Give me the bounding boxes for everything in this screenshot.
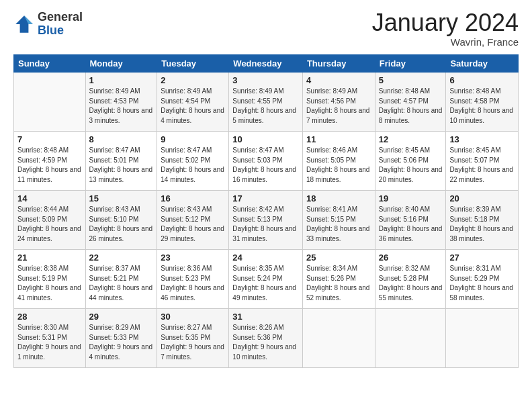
- day-number: 5: [379, 75, 443, 85]
- calendar-cell: [446, 309, 519, 368]
- day-info: Sunrise: 8:47 AMSunset: 5:01 PMDaylight:…: [89, 146, 153, 183]
- month-title: January 2024: [372, 11, 519, 35]
- col-saturday: Saturday: [446, 55, 519, 73]
- day-number: 8: [89, 134, 154, 144]
- calendar-week-2: 7Sunrise: 8:48 AMSunset: 4:59 PMDaylight…: [14, 132, 519, 191]
- day-number: 12: [379, 134, 443, 144]
- day-info: Sunrise: 8:27 AMSunset: 5:35 PMDaylight:…: [161, 324, 224, 361]
- calendar: Sunday Monday Tuesday Wednesday Thursday…: [13, 54, 519, 368]
- day-info: Sunrise: 8:43 AMSunset: 5:10 PMDaylight:…: [89, 205, 153, 242]
- calendar-cell: 7Sunrise: 8:48 AMSunset: 4:59 PMDaylight…: [14, 132, 86, 191]
- day-number: 3: [232, 75, 299, 85]
- day-number: 1: [89, 75, 154, 85]
- day-info: Sunrise: 8:47 AMSunset: 5:03 PMDaylight:…: [232, 146, 296, 183]
- calendar-week-4: 21Sunrise: 8:38 AMSunset: 5:19 PMDayligh…: [14, 250, 519, 309]
- calendar-cell: 14Sunrise: 8:44 AMSunset: 5:09 PMDayligh…: [14, 191, 86, 250]
- day-number: 18: [306, 193, 371, 203]
- day-number: 29: [89, 312, 154, 322]
- day-number: 15: [89, 193, 154, 203]
- day-number: 24: [232, 253, 299, 263]
- calendar-week-3: 14Sunrise: 8:44 AMSunset: 5:09 PMDayligh…: [14, 191, 519, 250]
- col-tuesday: Tuesday: [157, 55, 229, 73]
- col-thursday: Thursday: [302, 55, 375, 73]
- day-number: 30: [161, 312, 225, 322]
- day-info: Sunrise: 8:39 AMSunset: 5:18 PMDaylight:…: [449, 205, 513, 242]
- calendar-cell: 12Sunrise: 8:45 AMSunset: 5:06 PMDayligh…: [375, 132, 446, 191]
- day-info: Sunrise: 8:32 AMSunset: 5:28 PMDaylight:…: [379, 265, 443, 302]
- day-info: Sunrise: 8:48 AMSunset: 4:58 PMDaylight:…: [449, 87, 513, 124]
- calendar-cell: 24Sunrise: 8:35 AMSunset: 5:24 PMDayligh…: [229, 250, 303, 309]
- day-info: Sunrise: 8:37 AMSunset: 5:21 PMDaylight:…: [89, 265, 153, 302]
- day-info: Sunrise: 8:41 AMSunset: 5:15 PMDaylight:…: [306, 205, 370, 242]
- logo-text: General Blue: [38, 11, 83, 38]
- calendar-cell: 25Sunrise: 8:34 AMSunset: 5:26 PMDayligh…: [302, 250, 375, 309]
- day-info: Sunrise: 8:29 AMSunset: 5:33 PMDaylight:…: [89, 324, 153, 361]
- day-number: 10: [232, 134, 299, 144]
- calendar-cell: 13Sunrise: 8:45 AMSunset: 5:07 PMDayligh…: [446, 132, 519, 191]
- day-number: 6: [449, 75, 515, 85]
- day-info: Sunrise: 8:31 AMSunset: 5:29 PMDaylight:…: [449, 265, 513, 302]
- day-info: Sunrise: 8:45 AMSunset: 5:06 PMDaylight:…: [379, 146, 443, 183]
- day-info: Sunrise: 8:43 AMSunset: 5:12 PMDaylight:…: [161, 205, 224, 242]
- calendar-cell: 16Sunrise: 8:43 AMSunset: 5:12 PMDayligh…: [157, 191, 229, 250]
- day-number: 2: [161, 75, 225, 85]
- day-info: Sunrise: 8:49 AMSunset: 4:54 PMDaylight:…: [161, 87, 224, 124]
- calendar-cell: 9Sunrise: 8:47 AMSunset: 5:02 PMDaylight…: [157, 132, 229, 191]
- calendar-cell: 26Sunrise: 8:32 AMSunset: 5:28 PMDayligh…: [375, 250, 446, 309]
- day-number: 20: [449, 193, 515, 203]
- day-number: 16: [161, 193, 225, 203]
- calendar-cell: 2Sunrise: 8:49 AMSunset: 4:54 PMDaylight…: [157, 73, 229, 132]
- col-wednesday: Wednesday: [229, 55, 303, 73]
- calendar-cell: 30Sunrise: 8:27 AMSunset: 5:35 PMDayligh…: [157, 309, 229, 368]
- calendar-cell: 15Sunrise: 8:43 AMSunset: 5:10 PMDayligh…: [85, 191, 157, 250]
- day-number: 17: [232, 193, 299, 203]
- day-number: 14: [17, 193, 82, 203]
- page: General Blue January 2024 Wavrin, France…: [0, 0, 532, 411]
- day-number: 11: [306, 134, 371, 144]
- calendar-week-1: 1Sunrise: 8:49 AMSunset: 4:53 PMDaylight…: [14, 73, 519, 132]
- day-info: Sunrise: 8:42 AMSunset: 5:13 PMDaylight:…: [232, 205, 296, 242]
- calendar-cell: 23Sunrise: 8:36 AMSunset: 5:23 PMDayligh…: [157, 250, 229, 309]
- calendar-cell: 22Sunrise: 8:37 AMSunset: 5:21 PMDayligh…: [85, 250, 157, 309]
- calendar-cell: 21Sunrise: 8:38 AMSunset: 5:19 PMDayligh…: [14, 250, 86, 309]
- calendar-cell: 17Sunrise: 8:42 AMSunset: 5:13 PMDayligh…: [229, 191, 303, 250]
- day-number: 7: [17, 134, 82, 144]
- day-number: 13: [449, 134, 515, 144]
- col-sunday: Sunday: [14, 55, 86, 73]
- day-info: Sunrise: 8:49 AMSunset: 4:56 PMDaylight:…: [306, 87, 370, 124]
- logo-icon: [13, 13, 35, 35]
- day-number: 22: [89, 253, 154, 263]
- location: Wavrin, France: [372, 36, 519, 48]
- day-number: 23: [161, 253, 225, 263]
- calendar-cell: 4Sunrise: 8:49 AMSunset: 4:56 PMDaylight…: [302, 73, 375, 132]
- day-info: Sunrise: 8:36 AMSunset: 5:23 PMDaylight:…: [161, 265, 224, 302]
- day-info: Sunrise: 8:40 AMSunset: 5:16 PMDaylight:…: [379, 205, 443, 242]
- day-number: 28: [17, 312, 82, 322]
- day-info: Sunrise: 8:46 AMSunset: 5:05 PMDaylight:…: [306, 146, 370, 183]
- day-info: Sunrise: 8:34 AMSunset: 5:26 PMDaylight:…: [306, 265, 370, 302]
- calendar-cell: 28Sunrise: 8:30 AMSunset: 5:31 PMDayligh…: [14, 309, 86, 368]
- day-number: 21: [17, 253, 82, 263]
- calendar-cell: 20Sunrise: 8:39 AMSunset: 5:18 PMDayligh…: [446, 191, 519, 250]
- day-info: Sunrise: 8:48 AMSunset: 4:59 PMDaylight:…: [17, 146, 81, 183]
- day-number: 27: [449, 253, 515, 263]
- col-monday: Monday: [85, 55, 157, 73]
- calendar-week-5: 28Sunrise: 8:30 AMSunset: 5:31 PMDayligh…: [14, 309, 519, 368]
- calendar-cell: 18Sunrise: 8:41 AMSunset: 5:15 PMDayligh…: [302, 191, 375, 250]
- col-friday: Friday: [375, 55, 446, 73]
- day-info: Sunrise: 8:47 AMSunset: 5:02 PMDaylight:…: [161, 146, 224, 183]
- day-number: 19: [379, 193, 443, 203]
- day-info: Sunrise: 8:49 AMSunset: 4:53 PMDaylight:…: [89, 87, 153, 124]
- calendar-cell: 31Sunrise: 8:26 AMSunset: 5:36 PMDayligh…: [229, 309, 303, 368]
- day-info: Sunrise: 8:48 AMSunset: 4:57 PMDaylight:…: [379, 87, 443, 124]
- day-info: Sunrise: 8:45 AMSunset: 5:07 PMDaylight:…: [449, 146, 513, 183]
- logo: General Blue: [13, 11, 83, 38]
- day-info: Sunrise: 8:44 AMSunset: 5:09 PMDaylight:…: [17, 205, 81, 242]
- day-number: 25: [306, 253, 371, 263]
- day-number: 4: [306, 75, 371, 85]
- day-number: 31: [232, 312, 299, 322]
- calendar-header-row: Sunday Monday Tuesday Wednesday Thursday…: [14, 55, 519, 73]
- calendar-cell: [375, 309, 446, 368]
- calendar-cell: 5Sunrise: 8:48 AMSunset: 4:57 PMDaylight…: [375, 73, 446, 132]
- day-number: 26: [379, 253, 443, 263]
